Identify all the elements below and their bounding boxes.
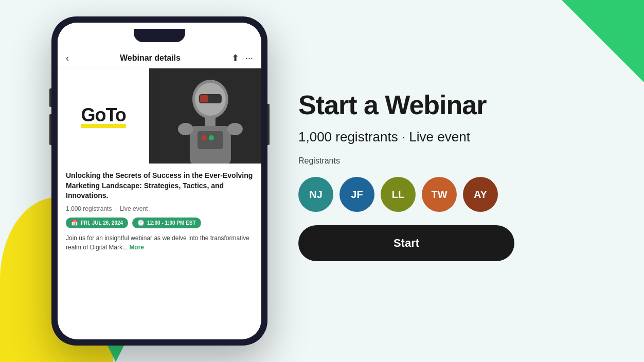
svg-point-10 — [178, 123, 193, 135]
more-options-icon[interactable]: ··· — [245, 53, 253, 64]
svg-rect-5 — [205, 117, 216, 126]
phone-right-button — [267, 104, 270, 145]
avatars-row: NJ JF LL TW AY — [298, 177, 613, 212]
svg-point-9 — [209, 135, 214, 140]
registrants-meta-count: 1,000 registrants — [66, 205, 112, 212]
hero-image-section: GoTo — [58, 68, 261, 164]
avatar-ay: AY — [463, 177, 498, 212]
date-badge-text: FRI, JUL 26, 2024 — [81, 220, 123, 226]
webinar-badges: 📅 FRI, JUL 26, 2024 🕐 12:00 - 1:00 PM ES… — [66, 218, 253, 228]
time-badge: 🕐 12:00 - 1:00 PM EST — [132, 218, 201, 228]
time-badge-text: 12:00 - 1:00 PM EST — [147, 220, 195, 226]
phone-mockup: ‹ Webinar details ⬆ ··· GoTo — [51, 16, 267, 346]
webinar-title: Unlocking the Secrets of Success in the … — [66, 171, 253, 201]
clock-icon: 🕐 — [137, 220, 145, 226]
more-link[interactable]: More — [129, 244, 144, 251]
webinar-meta: 1,000 registrants · Live event — [66, 205, 253, 212]
calendar-icon: 📅 — [71, 220, 78, 226]
svg-rect-4 — [200, 95, 208, 102]
webinar-info: Unlocking the Secrets of Success in the … — [58, 164, 261, 257]
avatar-nj-initials: NJ — [309, 189, 323, 201]
avatar-tw-initials: TW — [431, 189, 447, 201]
dot-separator: · — [115, 205, 116, 212]
logo-side: GoTo — [58, 68, 149, 164]
robot-svg — [149, 68, 261, 164]
back-icon[interactable]: ‹ — [66, 53, 69, 64]
nav-bar: ‹ Webinar details ⬆ ··· — [58, 48, 261, 68]
nav-title: Webinar details — [120, 53, 181, 63]
avatar-nj: NJ — [298, 177, 333, 212]
right-panel: Start a Webinar 1,000 registrants · Live… — [298, 90, 613, 272]
svg-point-8 — [202, 135, 207, 140]
goto-logo-text: GoTo — [81, 104, 126, 126]
webinar-description-text: Join us for an insightful webinar as we … — [66, 234, 249, 251]
phone-side-button — [49, 88, 51, 107]
registrants-label: Registrants — [298, 156, 613, 166]
avatar-jf: JF — [339, 177, 374, 212]
phone-notch — [134, 29, 185, 42]
start-webinar-button[interactable]: Start — [298, 225, 514, 261]
page-subheadline: 1,000 registrants · Live event — [298, 129, 613, 145]
avatar-ay-initials: AY — [474, 189, 487, 201]
webinar-description: Join us for an insightful webinar as we … — [66, 233, 253, 252]
svg-point-11 — [227, 123, 243, 135]
avatar-ll-initials: LL — [392, 189, 404, 201]
robot-image-side — [149, 68, 261, 164]
goto-logo-container: GoTo — [81, 104, 126, 128]
avatar-jf-initials: JF — [351, 189, 363, 201]
phone-side-button-2 — [49, 114, 51, 145]
phone-screen: ‹ Webinar details ⬆ ··· GoTo — [58, 23, 261, 339]
event-type-meta: Live event — [120, 205, 148, 212]
avatar-ll: LL — [381, 177, 416, 212]
page-headline: Start a Webinar — [298, 90, 613, 120]
date-badge: 📅 FRI, JUL 26, 2024 — [66, 218, 128, 228]
upload-icon[interactable]: ⬆ — [231, 52, 239, 64]
main-container: ‹ Webinar details ⬆ ··· GoTo — [0, 0, 644, 362]
nav-icons: ⬆ ··· — [231, 52, 253, 64]
avatar-tw: TW — [422, 177, 457, 212]
